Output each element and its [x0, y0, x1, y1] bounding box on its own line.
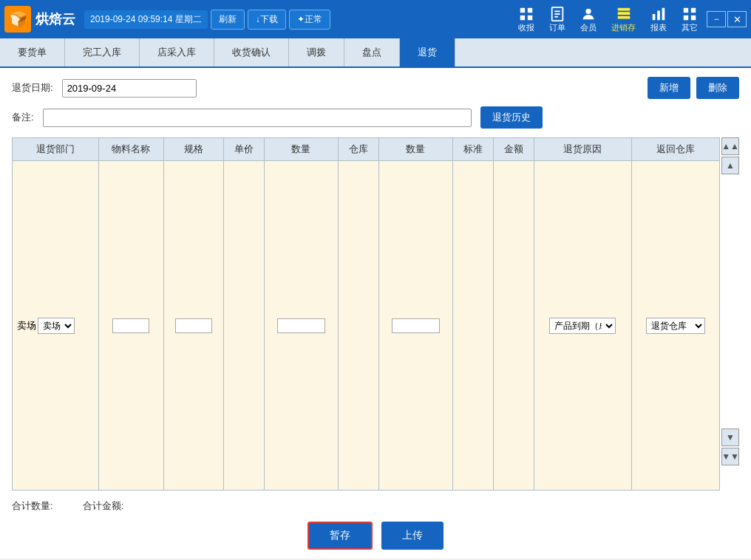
add-button[interactable]: 新增	[648, 77, 690, 99]
remark-label: 备注:	[12, 111, 34, 124]
close-button[interactable]: ✕	[727, 11, 747, 27]
cell-dept: 卖场 卖场	[13, 161, 99, 491]
table-row: 卖场 卖场	[13, 161, 720, 491]
col-qty1: 数量	[264, 138, 338, 161]
nav-huiyuan-label: 会员	[580, 22, 597, 33]
table-header: 退货部门 物料名称 规格 单价 数量 仓库 数量 标准 金额 退货原因 返回仓库	[13, 138, 720, 161]
date-label: 退货日期:	[12, 81, 53, 95]
tab-pandian[interactable]: 盘点	[344, 38, 400, 66]
total-amount-label: 合计金额:	[83, 499, 124, 513]
reason-select[interactable]: 产品到期（成€	[549, 318, 616, 334]
topbar: 🍞 烘焙云 2019-09-24 09:59:14 星期二 刷新 ↓下载 ✦正常…	[0, 0, 751, 38]
qty2-input[interactable]	[392, 318, 440, 333]
date-row: 退货日期: 新增 删除	[12, 77, 739, 99]
svg-rect-14	[684, 15, 688, 19]
data-table: 退货部门 物料名称 规格 单价 数量 仓库 数量 标准 金额 退货原因 返回仓库	[12, 137, 720, 491]
logo-area: 🍞 烘焙云	[4, 6, 75, 33]
nav-baobiao-label: 报表	[650, 22, 667, 33]
svg-rect-15	[691, 15, 696, 19]
svg-rect-0	[520, 7, 525, 12]
tab-dian[interactable]: 店采入库	[140, 38, 214, 66]
svg-rect-9	[653, 14, 656, 20]
cell-qty1	[264, 161, 338, 491]
nav-jinxiaocun[interactable]: 进销存	[605, 4, 642, 35]
tab-wangong[interactable]: 完工入库	[65, 38, 140, 66]
nav-shouyi[interactable]: 收报	[512, 4, 540, 35]
scroll-bottom-button[interactable]: ▼▼	[721, 448, 739, 465]
cell-qty2	[378, 161, 452, 491]
scroll-up-button[interactable]: ▲	[721, 157, 739, 174]
nav-qita-label: 其它	[682, 22, 698, 33]
form-actions: 新增 删除	[648, 77, 739, 99]
cell-warehouse	[338, 161, 378, 491]
minimize-button[interactable]: －	[707, 11, 726, 27]
footer: 合计数量: 合计金额: 暂存 上传	[12, 499, 739, 550]
return-warehouse-select[interactable]: 退货仓库	[646, 318, 705, 334]
totals-row: 合计数量: 合计金额:	[12, 499, 739, 513]
datetime-display: 2019-09-24 09:59:14 星期二	[84, 10, 208, 29]
col-name: 物料名称	[98, 138, 163, 161]
cell-reason: 产品到期（成€	[534, 161, 631, 491]
status-button[interactable]: ✦正常	[289, 10, 330, 30]
nav-dingdan[interactable]: 订单	[543, 4, 571, 35]
download-button[interactable]: ↓下载	[248, 10, 286, 30]
svg-rect-1	[528, 7, 532, 12]
nav-shouyi-label: 收报	[518, 22, 534, 33]
logo-text: 烘焙云	[35, 10, 75, 28]
window-controls: － ✕	[707, 11, 747, 27]
tab-yaohuo[interactable]: 要货单	[0, 38, 65, 66]
logo-icon: 🍞	[4, 6, 31, 33]
name-input[interactable]	[112, 318, 149, 333]
scroll-buttons: ▲▲ ▲ ▼ ▼▼	[721, 137, 739, 465]
remark-row: 备注: 退货历史	[12, 106, 739, 129]
svg-rect-10	[657, 10, 660, 20]
refresh-button[interactable]: 刷新	[211, 10, 245, 30]
col-warehouse: 仓库	[338, 138, 378, 161]
upload-button[interactable]: 上传	[381, 522, 444, 550]
col-amount: 金额	[493, 138, 534, 161]
cell-spec	[163, 161, 223, 491]
nav-dingdan-label: 订单	[549, 22, 565, 33]
tab-diaopai[interactable]: 调拨	[289, 38, 344, 66]
content-area: 退货日期: 新增 删除 备注: 退货历史 退货部门 物料名称 规格 单价 数量 …	[0, 68, 751, 559]
cell-price	[223, 161, 264, 491]
save-button[interactable]: 暂存	[307, 522, 373, 550]
col-reason: 退货原因	[534, 138, 631, 161]
dept-label: 卖场	[17, 319, 36, 332]
tab-shouhuo[interactable]: 收货确认	[214, 38, 289, 66]
total-qty-label: 合计数量:	[12, 499, 53, 513]
dept-select[interactable]: 卖场	[38, 318, 75, 334]
nav-huiyuan[interactable]: 会员	[574, 4, 602, 35]
tabbar: 要货单 完工入库 店采入库 收货确认 调拨 盘点 退货	[0, 38, 751, 68]
svg-rect-2	[520, 15, 525, 19]
col-return-wh: 返回仓库	[631, 138, 719, 161]
qty1-input[interactable]	[277, 318, 325, 333]
scroll-top-button[interactable]: ▲▲	[721, 137, 739, 155]
cell-standard	[452, 161, 493, 491]
remark-input[interactable]	[43, 109, 472, 127]
cell-return-wh: 退货仓库	[631, 161, 719, 491]
col-standard: 标准	[452, 138, 493, 161]
svg-point-8	[585, 8, 591, 13]
bottom-buttons: 暂存 上传	[12, 522, 739, 550]
table-wrapper: 退货部门 物料名称 规格 单价 数量 仓库 数量 标准 金额 退货原因 返回仓库	[12, 137, 739, 491]
cell-amount	[493, 161, 534, 491]
svg-rect-3	[528, 15, 532, 19]
date-input[interactable]	[62, 79, 197, 98]
col-price: 单价	[223, 138, 264, 161]
history-button[interactable]: 退货历史	[480, 106, 543, 129]
col-qty2: 数量	[378, 138, 452, 161]
cell-name	[98, 161, 163, 491]
nav-baobiao[interactable]: 报表	[645, 4, 673, 35]
nav-jinxiaocun-label: 进销存	[611, 22, 636, 33]
svg-rect-12	[684, 7, 688, 12]
nav-qita[interactable]: 其它	[676, 4, 704, 35]
scroll-down-button[interactable]: ▼	[721, 428, 739, 446]
delete-button[interactable]: 删除	[696, 77, 739, 99]
tab-tuihuo[interactable]: 退货	[400, 38, 455, 66]
svg-rect-13	[691, 7, 696, 12]
svg-rect-11	[662, 7, 665, 20]
table-body: 卖场 卖场	[13, 161, 720, 491]
col-spec: 规格	[163, 138, 223, 161]
spec-input[interactable]	[175, 318, 212, 333]
